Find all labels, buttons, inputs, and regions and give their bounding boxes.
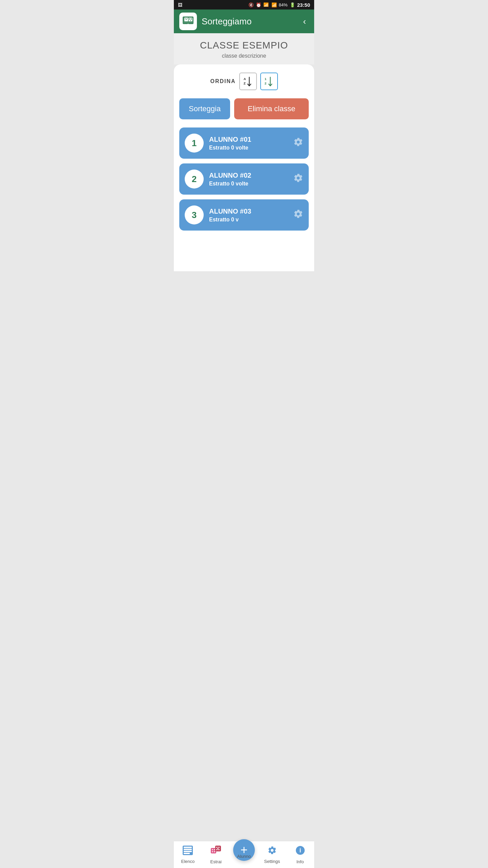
student-name-3: ALUNNO #03 [209,208,288,215]
student-info-2: ALUNNO #02 Estratto 0 volte [209,172,288,187]
student-card: 3 ALUNNO #03 Estratto 0 v [179,199,309,231]
main-content: ORDINA A Z 1 2 Sorteggia [174,64,314,271]
student-info-3: ALUNNO #03 Estratto 0 v [209,208,288,223]
class-description: classe descrizione [179,53,309,59]
sort-az-button[interactable]: A Z [239,73,257,90]
student-number-1: 1 [185,134,204,153]
battery-level: 84% [279,2,288,7]
svg-text:A: A [243,77,246,81]
student-name-2: ALUNNO #02 [209,172,288,179]
svg-point-12 [190,20,191,21]
class-name: CLASSE ESEMPIO [179,40,309,51]
svg-text:📶: 📶 [263,2,269,7]
sort-label: ORDINA [210,78,236,84]
svg-point-9 [191,18,191,19]
student-number-2: 2 [185,170,204,189]
sorteggia-button[interactable]: Sorteggia [179,98,230,119]
student-info-1: ALUNNO #01 Estratto 0 volte [209,136,288,151]
status-bar: 🖼 🔇 ⏰ 📶 📶 84% 🔋 23:50 [174,0,314,9]
svg-point-8 [189,18,190,19]
student-number-3: 3 [185,205,204,224]
app-title: Sorteggiamo [202,16,300,27]
svg-point-5 [187,18,187,19]
svg-point-11 [191,19,191,20]
battery-icon: 🔋 [290,2,295,7]
svg-text:2: 2 [264,81,266,85]
student-settings-3[interactable] [293,209,303,221]
student-name-1: ALUNNO #01 [209,136,288,143]
svg-point-10 [189,19,190,20]
student-settings-1[interactable] [293,137,303,150]
svg-point-6 [186,19,186,20]
student-extract-1: Estratto 0 volte [209,145,288,151]
time-display: 23:50 [297,2,310,8]
alarm-icon: ⏰ [256,2,261,7]
students-list: 1 ALUNNO #01 Estratto 0 volte 2 [179,127,309,231]
student-card: 2 ALUNNO #02 Estratto 0 volte [179,163,309,195]
student-extract-2: Estratto 0 volte [209,181,288,187]
student-settings-2[interactable] [293,173,303,185]
app-icon [179,13,197,30]
wifi-icon: 📶 [263,2,269,8]
class-info-section: CLASSE ESEMPIO classe descrizione [174,33,314,64]
sort-row: ORDINA A Z 1 2 [179,73,309,90]
app-header: Sorteggiamo ‹ [174,9,314,33]
back-button[interactable]: ‹ [300,15,309,28]
svg-text:Z: Z [243,81,245,85]
action-buttons-row: Sorteggia Elimina classe [179,98,309,119]
student-extract-3: Estratto 0 v [209,217,288,223]
elimina-classe-button[interactable]: Elimina classe [234,98,309,119]
svg-text:1: 1 [264,77,266,81]
mute-icon: 🔇 [248,2,254,7]
svg-point-4 [185,18,186,19]
sort-num-button[interactable]: 1 2 [260,73,278,90]
signal-icon: 📶 [271,2,277,7]
student-card: 1 ALUNNO #01 Estratto 0 volte [179,127,309,159]
status-image-icon: 🖼 [178,2,182,7]
